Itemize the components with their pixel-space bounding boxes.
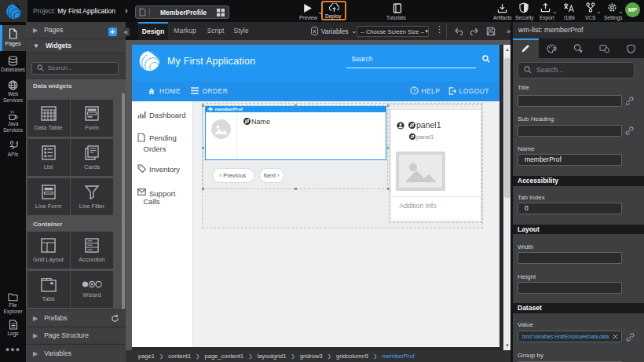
svg-text:?: ?: [412, 88, 415, 93]
